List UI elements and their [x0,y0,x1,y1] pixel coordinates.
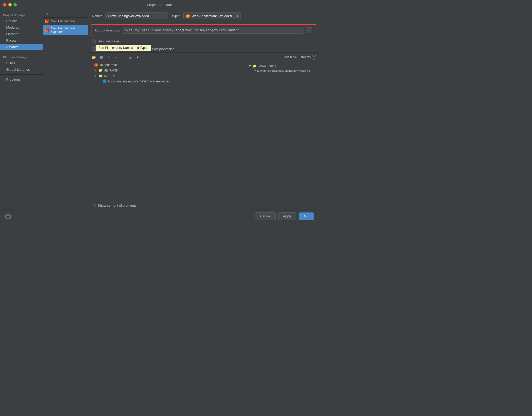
window-title: Project Structure [147,3,172,7]
tree-item-meta-inf[interactable]: ▶ 📁 META-INF [88,68,246,73]
web-resources-label: 'CrowFunding' module: 'Web' facet resour… [108,80,170,83]
build-on-make-checkbox[interactable] [92,40,96,43]
type-select[interactable]: 🎁 Web Application: Exploded ▼ [183,12,241,19]
avail-folder-icon: 📁 [252,64,257,68]
move-up-button[interactable]: ▲ [127,54,134,60]
footer-right: Cancel Apply OK [255,212,314,220]
elements-right-panel: ▼ 📁 CrowFunding 🗄 Maven: org.mybatis.gen… [246,62,319,201]
sidebar-item-modules[interactable]: Modules [0,24,43,31]
avail-maven-icon: 🗄 [254,69,256,72]
help-circle-button[interactable]: ? [5,213,11,219]
tab-pre-processing[interactable]: Pre-processing [119,46,148,52]
elements-left-panel: 🎁 <output root> ▶ 📁 META-INF ▶ 📁 WEB-INF [88,62,246,201]
output-dir-input[interactable] [123,27,304,34]
cancel-button[interactable]: Cancel [255,212,275,220]
output-root-icon: 🎁 [94,63,98,67]
available-elements-label: Available Elements [284,55,311,59]
type-label: Type: [171,14,180,18]
columns-icon-button[interactable]: ⊞ [98,54,104,60]
name-type-row: Name: Type: 🎁 Web Application: Exploded … [88,10,319,22]
bottom-content-row: Show content of elements … [88,201,319,210]
build-on-make-row: Build on make [88,38,319,44]
web-resources-icon: 🌐 [102,79,107,83]
output-root-label: <output root> [99,63,118,67]
artifact-war-icon: 🎁 [45,19,49,23]
meta-inf-label: META-INF [103,69,118,72]
artifact-list: 🎁 CrowFunding:war 🎁 CrowFunding:war expl… [43,18,88,210]
tree-item-output-root[interactable]: 🎁 <output root> [88,62,246,68]
content-panel: Name: Type: 🎁 Web Application: Exploded … [88,10,319,210]
tab-post-processing[interactable]: Post-processing [148,46,178,52]
sidebar-item-facets[interactable]: Facets [0,37,43,44]
tab-output-layout[interactable]: Output Layout [92,46,119,52]
name-label: Name: [92,14,102,18]
sidebar-item-global-libraries[interactable]: Global Libraries [0,66,43,73]
help-icon-button[interactable]: ? [312,55,316,60]
avail-crowfunding-header[interactable]: ▼ 📁 CrowFunding [248,63,317,69]
platform-settings-label: Platform Settings [0,54,43,60]
avail-crowfunding-label: CrowFunding [258,64,276,68]
type-icon: 🎁 [186,14,190,18]
avail-maven-item[interactable]: 🗄 Maven: org.mybatis.generator:mybatis-g… [248,69,317,73]
title-bar: Project Structure [0,0,319,10]
project-structure-window: Project Structure Project Settings Proje… [0,0,319,223]
build-on-make-label: Build on make [98,39,119,43]
name-input[interactable] [105,12,168,19]
type-select-arrow-icon: ▼ [236,15,239,17]
avail-crowfunding-arrow: ▼ [248,64,251,68]
close-button[interactable] [3,3,6,6]
move-down-button[interactable]: ▼ [135,54,141,60]
ok-button[interactable]: OK [299,212,314,220]
add-artifact-button[interactable]: ＋ [44,11,50,17]
sidebar-item-problems[interactable]: Problems [0,76,43,83]
sidebar: Project Settings Project Modules Librari… [0,10,43,210]
sidebar-item-project[interactable]: Project [0,18,43,24]
show-content-label: Show content of elements [98,204,137,207]
available-section: ▼ 📁 CrowFunding 🗄 Maven: org.mybatis.gen… [246,62,319,74]
show-content-checkbox[interactable] [92,204,96,207]
tree-item-web-inf[interactable]: ▶ 📁 WEB-INF [88,73,246,79]
artifact-panel: ＋ − 🎁 CrowFunding:war 🎁 CrowFunding:war … [43,10,88,210]
elements-toolbar: 📂 ⊞ ＋ − ↕ ▲ ▼ Available Elements ? [88,53,319,62]
web-inf-arrow: ▶ [95,74,97,77]
sidebar-item-artifacts[interactable]: Artifacts [0,44,43,50]
sidebar-divider [0,52,43,52]
maximize-button[interactable] [14,3,17,6]
traffic-lights [3,3,17,6]
footer-left: ? [5,213,11,219]
output-dir-browse-button[interactable]: … [307,27,312,33]
tree-item-web-resources[interactable]: 🌐 'CrowFunding' module: 'Web' facet reso… [88,79,246,84]
web-inf-folder-icon: 📁 [98,74,102,78]
meta-inf-folder-icon: 📁 [98,68,102,72]
add-element-button[interactable]: ＋ [105,54,112,60]
elements-area: 🎁 <output root> ▶ 📁 META-INF ▶ 📁 WEB-INF [88,62,319,201]
artifact-item-war-exploded[interactable]: 🎁 CrowFunding:war exploded [43,25,88,35]
output-dir-row: Output directory: … [91,24,316,36]
type-value: Web Application: Exploded [192,14,232,18]
project-settings-label: Project Settings [0,11,43,18]
tabs-row: Sort Elements by Names and Types Output … [88,44,319,53]
minimize-button[interactable] [8,3,12,6]
show-content-options-button[interactable]: … [139,203,144,208]
sidebar-divider-2 [0,74,43,75]
output-dir-label: Output directory: [95,28,120,32]
footer: ? Cancel Apply OK [0,210,319,223]
sidebar-item-libraries[interactable]: Libraries [0,31,43,37]
sidebar-item-sdks[interactable]: SDKs [0,60,43,66]
web-inf-label: WEB-INF [103,74,117,78]
folder-icon-button[interactable]: 📂 [91,54,97,60]
remove-element-button[interactable]: − [113,54,119,60]
artifact-war-exploded-icon: 🎁 [45,28,49,32]
meta-inf-arrow: ▶ [95,69,97,72]
artifact-toolbar: ＋ − [43,10,88,18]
main-layout: Project Settings Project Modules Librari… [0,10,319,210]
artifact-item-war[interactable]: 🎁 CrowFunding:war [43,18,88,25]
apply-button[interactable]: Apply [278,212,297,220]
avail-maven-label: Maven: org.mybatis.generator:mybatis-ge.… [257,69,312,72]
remove-artifact-button[interactable]: − [51,11,57,17]
sort-elements-button[interactable]: ↕ [120,54,126,60]
